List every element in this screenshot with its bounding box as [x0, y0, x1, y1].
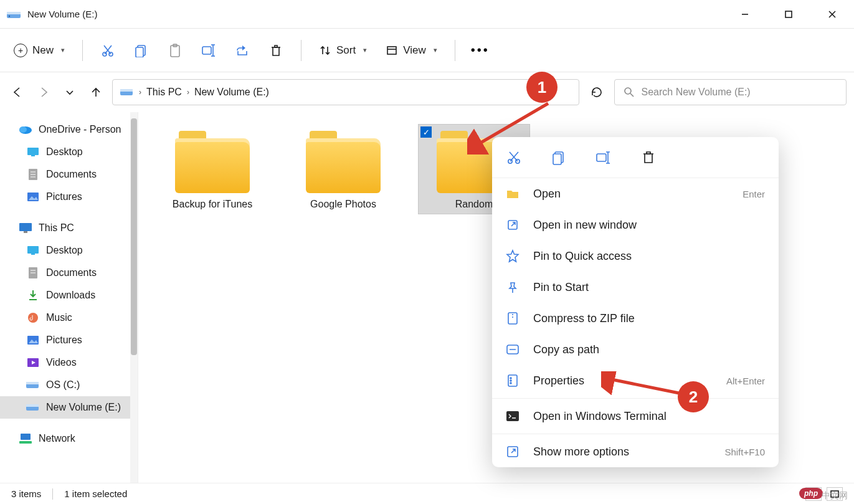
ctx-open[interactable]: Open Enter — [492, 178, 779, 209]
svg-rect-15 — [202, 47, 211, 54]
svg-point-2 — [9, 15, 10, 16]
svg-rect-4 — [785, 11, 792, 17]
status-items: 3 items — [11, 488, 41, 499]
svg-rect-75 — [506, 411, 519, 421]
sidebar-pc-downloads[interactable]: Downloads — [0, 284, 138, 307]
ctx-pin-quick[interactable]: Pin to Quick access — [492, 240, 779, 272]
sidebar-label: Desktop — [46, 245, 83, 256]
sidebar-pc-videos[interactable]: Videos — [0, 351, 138, 374]
svg-rect-27 — [27, 148, 39, 155]
sidebar-label: This PC — [39, 222, 74, 234]
sidebar-pc-pictures[interactable]: Pictures — [0, 329, 138, 351]
ctx-delete-button[interactable] — [638, 147, 659, 168]
star-icon — [506, 249, 520, 263]
ctx-cut-button[interactable] — [503, 147, 524, 168]
maximize-button[interactable] — [767, 0, 810, 29]
svg-rect-37 — [27, 246, 39, 254]
more-button[interactable]: ••• — [465, 38, 495, 63]
forward-button[interactable] — [34, 82, 54, 102]
share-button[interactable] — [227, 38, 257, 63]
sidebar-od-desktop[interactable]: Desktop — [0, 141, 138, 163]
folder-backup-itunes[interactable]: Backup for iTunes — [157, 125, 268, 214]
sidebar-scrollbar[interactable] — [130, 112, 138, 483]
ctx-show-more[interactable]: Show more options Shift+F10 — [492, 436, 779, 467]
chevron-down-icon: ▾ — [434, 46, 437, 54]
music-icon — [26, 311, 40, 324]
refresh-button[interactable] — [586, 81, 608, 103]
sort-button[interactable]: Sort ▾ — [311, 38, 374, 63]
view-button[interactable]: View ▾ — [378, 38, 445, 63]
videos-icon — [26, 356, 40, 369]
status-separator — [52, 488, 53, 500]
delete-button[interactable] — [261, 38, 291, 63]
scrollbar-thumb[interactable] — [131, 118, 137, 355]
ctx-compress-zip[interactable]: Compress to ZIP file — [492, 303, 779, 334]
ctx-copy-path[interactable]: Copy as path — [492, 334, 779, 365]
svg-rect-49 — [26, 382, 39, 384]
sidebar-label: Documents — [46, 267, 97, 278]
sidebar-network[interactable]: Network — [0, 427, 138, 450]
check-icon: ✓ — [420, 126, 432, 138]
window-title: New Volume (E:) — [27, 9, 98, 19]
ctx-open-new-window[interactable]: Open in new window — [492, 209, 779, 240]
sidebar-label: OS (C:) — [46, 379, 80, 391]
window-controls — [723, 0, 854, 29]
sidebar-pc-osc[interactable]: OS (C:) — [0, 374, 138, 396]
sidebar-label: Videos — [46, 357, 77, 368]
sidebar-pc-documents[interactable]: Documents — [0, 262, 138, 284]
ctx-copy-button[interactable] — [548, 147, 569, 168]
search-box[interactable] — [614, 79, 847, 105]
sidebar-pc-music[interactable]: Music — [0, 307, 138, 329]
ctx-properties[interactable]: Properties Alt+Enter — [492, 365, 779, 396]
ctx-rename-button[interactable] — [593, 147, 614, 168]
chevron-down-icon: ▾ — [61, 46, 65, 54]
pc-icon — [19, 222, 32, 234]
ctx-label: Open — [533, 188, 729, 201]
minimize-button[interactable] — [723, 0, 767, 29]
ctx-pin-start[interactable]: Pin to Start — [492, 272, 779, 303]
rename-button[interactable] — [194, 38, 224, 63]
breadcrumb-volume[interactable]: New Volume (E:) — [194, 87, 269, 98]
up-button[interactable] — [86, 82, 106, 102]
sidebar-od-pictures[interactable]: Pictures — [0, 186, 138, 208]
sidebar-thispc[interactable]: This PC — [0, 217, 138, 239]
ctx-open-terminal[interactable]: Open in Windows Terminal — [492, 401, 779, 432]
sidebar-od-documents[interactable]: Documents — [0, 163, 138, 186]
breadcrumb-thispc[interactable]: This PC — [146, 87, 182, 98]
svg-rect-51 — [26, 404, 39, 407]
plus-icon: + — [14, 44, 27, 57]
sidebar-label: Music — [46, 312, 72, 323]
sidebar-pc-newvolume[interactable]: New Volume (E:) — [0, 396, 138, 419]
cut-button[interactable] — [93, 38, 123, 63]
svg-rect-60 — [597, 154, 606, 161]
svg-rect-19 — [387, 47, 396, 54]
title-bar: New Volume (E:) — [0, 0, 854, 29]
paste-button[interactable] — [160, 38, 190, 63]
back-button[interactable] — [7, 82, 27, 102]
more-icon — [506, 445, 520, 459]
address-bar[interactable]: › This PC › New Volume (E:) — [112, 79, 579, 105]
sidebar: OneDrive - Person Desktop Documents Pict… — [0, 112, 138, 483]
recent-dropdown[interactable] — [60, 82, 80, 102]
folder-name: Google Photos — [310, 197, 376, 211]
close-button[interactable] — [810, 0, 854, 29]
drive-icon — [6, 8, 22, 21]
svg-rect-53 — [19, 441, 32, 444]
folder-google-photos[interactable]: Google Photos — [288, 125, 399, 214]
sidebar-onedrive[interactable]: OneDrive - Person — [0, 118, 138, 141]
new-button[interactable]: + New ▾ — [6, 38, 72, 63]
copy-button[interactable] — [126, 38, 156, 63]
svg-point-23 — [625, 88, 631, 94]
ctx-hint: Shift+F10 — [724, 447, 765, 457]
folder-name: Backup for iTunes — [173, 197, 252, 211]
folder-icon — [506, 187, 520, 201]
search-input[interactable] — [642, 87, 838, 98]
sidebar-pc-desktop[interactable]: Desktop — [0, 239, 138, 262]
watermark: 中文网 — [822, 490, 848, 502]
svg-rect-35 — [19, 223, 32, 231]
downloads-icon — [26, 289, 40, 302]
ctx-label: Pin to Start — [533, 281, 765, 294]
desktop-icon — [26, 244, 40, 257]
status-bar: 3 items 1 item selected — [0, 483, 854, 504]
svg-rect-59 — [553, 154, 561, 164]
